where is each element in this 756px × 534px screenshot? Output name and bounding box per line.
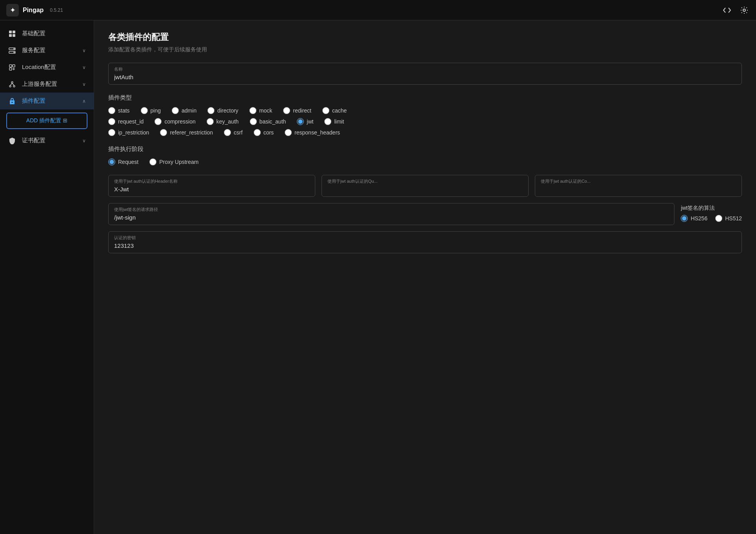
plugin-type-label: 插件类型 bbox=[108, 94, 742, 102]
app-version: 0.5.21 bbox=[50, 7, 63, 13]
name-label: 名称 bbox=[114, 66, 736, 72]
topbar: ✦ Pingap 0.5.21 bbox=[0, 0, 756, 20]
svg-point-0 bbox=[743, 9, 745, 11]
jwt-query-input[interactable] bbox=[327, 186, 523, 193]
radio-compression[interactable]: compression bbox=[154, 118, 195, 125]
jwt-auth-fields-row: 使用于jwt auth认证的Header名称 使用于jwt auth认证的Qu.… bbox=[108, 175, 742, 197]
add-plugin-label: ADD 插件配置 ⊞ bbox=[26, 117, 67, 124]
svg-rect-11 bbox=[9, 68, 12, 70]
jwt-cookie-wrapper: 使用于jwt auth认证的Co... bbox=[535, 175, 742, 197]
radio-admin[interactable]: admin bbox=[172, 107, 196, 114]
sidebar-label-location: Location配置 bbox=[22, 64, 77, 71]
jwt-algo-label: jwt签名的算法 bbox=[681, 205, 742, 212]
sidebar-label-basic: 基础配置 bbox=[22, 30, 86, 37]
secret-section: 认证的密钥 bbox=[108, 231, 742, 253]
execution-stage-label: 插件执行阶段 bbox=[108, 145, 742, 153]
svg-point-16 bbox=[13, 85, 15, 87]
svg-rect-1 bbox=[9, 31, 12, 33]
radio-ip_restriction[interactable]: ip_restriction bbox=[108, 129, 149, 136]
app-title: Pingap bbox=[23, 7, 44, 14]
sidebar-item-cert[interactable]: 证书配置 ∨ bbox=[0, 132, 94, 149]
jwt-algo-section: jwt签名的算法 HS256 HS512 bbox=[681, 203, 742, 222]
plugin-icon bbox=[8, 98, 16, 105]
sidebar-item-plugin[interactable]: 插件配置 ∧ bbox=[0, 93, 94, 109]
svg-line-17 bbox=[10, 83, 12, 85]
jwt-query-wrapper: 使用于jwt auth认证的Qu... bbox=[322, 175, 529, 197]
radio-referer_restriction[interactable]: referer_restriction bbox=[160, 129, 213, 136]
sidebar-item-basic[interactable]: 基础配置 bbox=[0, 25, 94, 42]
topbar-actions bbox=[721, 5, 750, 16]
jwt-sign-row: 使用jwt签名的请求路径 jwt签名的算法 HS256 HS512 bbox=[108, 203, 742, 225]
radio-hs512[interactable]: HS512 bbox=[715, 215, 742, 222]
radio-hs256[interactable]: HS256 bbox=[681, 215, 707, 222]
svg-point-14 bbox=[11, 82, 13, 83]
sidebar-label-cert: 证书配置 bbox=[22, 137, 77, 144]
app-logo: ✦ Pingap 0.5.21 bbox=[6, 4, 721, 16]
content-area: 各类插件的配置 添加配置各类插件，可便于后续服务使用 名称 插件类型 stats… bbox=[94, 20, 756, 534]
chevron-down-icon: ∨ bbox=[82, 48, 86, 53]
secret-input[interactable] bbox=[114, 242, 736, 249]
svg-line-18 bbox=[12, 83, 14, 85]
jwt-sign-path-input[interactable] bbox=[114, 214, 669, 221]
svg-point-8 bbox=[14, 52, 15, 53]
jwt-sign-path-wrapper: 使用jwt签名的请求路径 bbox=[108, 203, 674, 225]
radio-basic_auth[interactable]: basic_auth bbox=[250, 118, 286, 125]
svg-point-15 bbox=[9, 85, 11, 87]
radio-ping[interactable]: ping bbox=[141, 107, 161, 114]
plugin-type-row3: ip_restriction referer_restriction csrf … bbox=[108, 129, 742, 136]
main-layout: 基础配置 服务配置 ∨ bbox=[0, 20, 756, 534]
sidebar-item-location[interactable]: Location配置 ∨ bbox=[0, 59, 94, 76]
jwt-sign-path-label: 使用jwt签名的请求路径 bbox=[114, 207, 669, 213]
sidebar-label-upstream: 上游服务配置 bbox=[22, 80, 77, 88]
radio-proxy-upstream-stage[interactable]: Proxy Upstream bbox=[149, 158, 198, 165]
radio-stats[interactable]: stats bbox=[108, 107, 130, 114]
settings-button[interactable] bbox=[739, 5, 750, 16]
chevron-down-icon-4: ∨ bbox=[82, 138, 86, 143]
grid-icon bbox=[8, 30, 16, 37]
name-field-wrapper: 名称 bbox=[108, 63, 742, 85]
svg-rect-9 bbox=[9, 65, 12, 67]
radio-request-stage[interactable]: Request bbox=[108, 158, 138, 165]
jwt-header-wrapper: 使用于jwt auth认证的Header名称 bbox=[108, 175, 315, 197]
sidebar-label-service: 服务配置 bbox=[22, 47, 77, 54]
chevron-down-icon-3: ∨ bbox=[82, 82, 86, 87]
radio-response_headers[interactable]: response_headers bbox=[285, 129, 340, 136]
sidebar-item-upstream[interactable]: 上游服务配置 ∨ bbox=[0, 76, 94, 93]
svg-rect-4 bbox=[13, 34, 15, 37]
jwt-cookie-input[interactable] bbox=[541, 186, 736, 193]
svg-rect-3 bbox=[9, 34, 12, 37]
radio-csrf[interactable]: csrf bbox=[224, 129, 243, 136]
radio-directory[interactable]: directory bbox=[207, 107, 238, 114]
chevron-up-icon: ∧ bbox=[82, 98, 86, 104]
jwt-header-input[interactable] bbox=[114, 186, 309, 193]
code-button[interactable] bbox=[721, 5, 732, 16]
jwt-header-label: 使用于jwt auth认证的Header名称 bbox=[114, 178, 309, 184]
name-input[interactable] bbox=[114, 74, 736, 80]
radio-cors[interactable]: cors bbox=[254, 129, 274, 136]
radio-cache[interactable]: cache bbox=[322, 107, 347, 114]
page-subtitle: 添加配置各类插件，可便于后续服务使用 bbox=[108, 46, 742, 53]
jwt-query-label: 使用于jwt auth认证的Qu... bbox=[327, 178, 523, 184]
jwt-algo-radios: HS256 HS512 bbox=[681, 215, 742, 222]
plugin-type-row2: request_id compression key_auth basic_au… bbox=[108, 118, 742, 125]
sidebar: 基础配置 服务配置 ∨ bbox=[0, 20, 94, 534]
cert-icon bbox=[8, 137, 16, 144]
radio-mock[interactable]: mock bbox=[249, 107, 272, 114]
location-icon bbox=[8, 64, 16, 71]
chevron-down-icon-2: ∨ bbox=[82, 65, 86, 70]
name-field-group: 名称 bbox=[108, 63, 742, 85]
radio-redirect[interactable]: redirect bbox=[283, 107, 311, 114]
add-plugin-button[interactable]: ADD 插件配置 ⊞ bbox=[6, 113, 87, 129]
radio-jwt[interactable]: jwt bbox=[297, 118, 313, 125]
radio-request_id[interactable]: request_id bbox=[108, 118, 144, 125]
svg-rect-2 bbox=[13, 31, 15, 33]
page-title: 各类插件的配置 bbox=[108, 31, 742, 43]
sidebar-item-service[interactable]: 服务配置 ∨ bbox=[0, 42, 94, 59]
radio-key_auth[interactable]: key_auth bbox=[207, 118, 239, 125]
secret-field-wrapper: 认证的密钥 bbox=[108, 231, 742, 253]
svg-point-7 bbox=[14, 48, 15, 49]
execution-stage-section: 插件执行阶段 Request Proxy Upstream bbox=[108, 145, 742, 165]
plugin-type-section: 插件类型 stats ping admin directory bbox=[108, 94, 742, 136]
radio-limit[interactable]: limit bbox=[324, 118, 344, 125]
stage-radio-group: Request Proxy Upstream bbox=[108, 158, 742, 165]
